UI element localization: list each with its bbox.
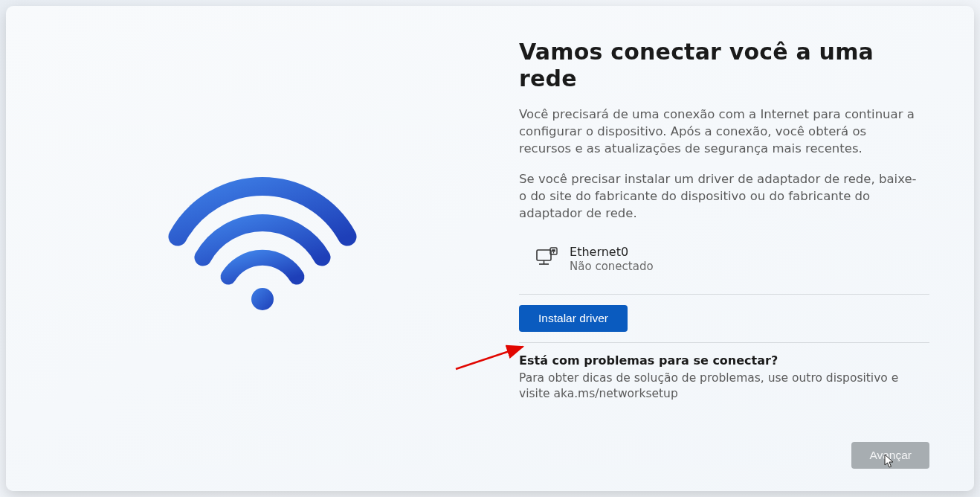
next-button-label: Avançar bbox=[869, 449, 912, 461]
troubleshoot-section: Está com problemas para se conectar? Par… bbox=[519, 343, 921, 417]
svg-rect-1 bbox=[537, 250, 551, 260]
illustration-pane bbox=[6, 6, 519, 491]
paragraph-1: Você precisará de uma conexão com a Inte… bbox=[519, 106, 921, 157]
troubleshoot-heading: Está com problemas para se conectar? bbox=[519, 353, 921, 368]
page-title: Vamos conectar você a uma rede bbox=[519, 39, 929, 92]
network-status: Não conectado bbox=[570, 260, 654, 274]
network-name: Ethernet0 bbox=[570, 245, 654, 260]
content-pane: Vamos conectar você a uma rede Você prec… bbox=[519, 6, 974, 491]
setup-card: Vamos conectar você a uma rede Você prec… bbox=[6, 6, 974, 491]
svg-point-0 bbox=[251, 288, 274, 310]
wifi-icon bbox=[166, 182, 359, 315]
paragraph-2: Se você precisar instalar um driver de a… bbox=[519, 170, 921, 222]
install-driver-button[interactable]: Instalar driver bbox=[519, 305, 628, 332]
troubleshoot-text: Para obter dicas de solução de problemas… bbox=[519, 371, 921, 402]
ethernet-icon bbox=[535, 247, 558, 271]
next-button[interactable]: Avançar bbox=[851, 442, 929, 469]
network-item-ethernet0[interactable]: Ethernet0 Não conectado bbox=[535, 245, 929, 274]
svg-rect-5 bbox=[552, 249, 555, 251]
